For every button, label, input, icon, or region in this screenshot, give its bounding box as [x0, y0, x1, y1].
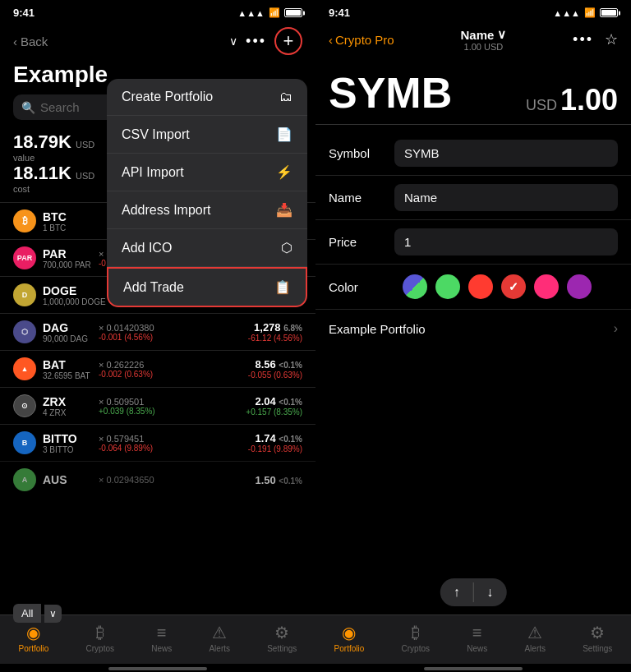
nav-settings-right[interactable]: ⚙ Settings — [583, 623, 612, 653]
scroll-controls: ↑ ↓ — [440, 578, 507, 606]
dag-icon: ⬡ — [13, 320, 36, 343]
home-indicator-left — [108, 667, 207, 670]
nav-settings[interactable]: ⚙ Settings — [267, 623, 297, 653]
table-row[interactable]: ⊙ ZRX 4 ZRX × 0.509501 +0.039 (8.35%) 2.… — [0, 387, 316, 424]
search-icon: 🔍 — [21, 101, 35, 114]
dag-mid: × 0.01420380 -0.001 (4.56%) — [92, 323, 248, 342]
api-import-item[interactable]: API Import ⚡ — [107, 154, 307, 191]
status-bar-left: 9:41 ▲▲▲ 📶 — [0, 0, 316, 22]
header-right-icons: ••• ☆ — [573, 30, 618, 48]
par-info: PAR 700,000 PAR — [43, 247, 92, 269]
color-swatch-blue-green[interactable] — [403, 274, 427, 299]
nav-news-label-right: News — [467, 644, 487, 653]
nav-portfolio-label: Portfolio — [19, 644, 49, 653]
zrx-right: 2.04 <0.1% +0.157 (8.35%) — [246, 395, 302, 417]
table-row[interactable]: A AUS × 0.02943650 1.50 <0.1% — [0, 461, 316, 498]
portfolio-cost-currency: USD — [76, 171, 94, 181]
aus-mid: × 0.02943650 — [92, 475, 255, 485]
add-ico-icon: ⬡ — [281, 240, 292, 255]
more-options-right-button[interactable]: ••• — [573, 31, 593, 48]
portfolio-cost: 18.11K — [13, 163, 71, 184]
add-trade-icon: 📋 — [274, 279, 291, 295]
symbol-label: Symbol — [329, 146, 394, 160]
btc-info: BTC 1 BTC — [43, 210, 92, 232]
cryptos-icon: ₿ — [96, 624, 104, 642]
nav-cryptos-right[interactable]: ₿ Cryptos — [402, 624, 430, 653]
table-row[interactable]: B BITTO 3 BITTO × 0.579451 -0.064 (9.89%… — [0, 424, 316, 461]
dropdown-menu: Create Portfolio 🗂 CSV Import 📄 API Impo… — [107, 79, 307, 307]
table-row[interactable]: ▲ BAT 32.6595 BAT × 0.262226 -0.002 (0.6… — [0, 350, 316, 387]
news-icon-left: ≡ — [157, 624, 167, 642]
portfolio-value: 18.79K — [13, 131, 71, 153]
name-label: Name — [329, 191, 394, 205]
back-button[interactable]: ‹ Back — [13, 35, 48, 48]
add-trade-item[interactable]: Add Trade 📋 — [107, 267, 307, 307]
bitto-mid: × 0.579451 -0.064 (9.89%) — [92, 434, 248, 453]
scroll-up-button[interactable]: ↑ — [440, 578, 473, 606]
zrx-mid: × 0.509501 +0.039 (8.35%) — [92, 397, 246, 416]
back-crypto-pro-button[interactable]: ‹ Crypto Pro — [329, 33, 394, 47]
nav-alerts-right[interactable]: ⚠ Alerts — [524, 623, 546, 653]
portfolio-selector-label: Example Portfolio — [329, 322, 426, 336]
bat-icon: ▲ — [13, 357, 36, 380]
crypto-pro-back-label: Crypto Pro — [335, 33, 394, 47]
price-input[interactable] — [394, 228, 618, 255]
right-header: ‹ Crypto Pro Name ∨ 1.00 USD ••• ☆ — [316, 22, 631, 58]
portfolio-icon: ◉ — [26, 623, 40, 642]
nav-news-right[interactable]: ≡ News — [467, 624, 487, 653]
more-options-button[interactable]: ••• — [246, 33, 266, 50]
create-portfolio-label: Create Portfolio — [122, 90, 213, 104]
color-swatch-green[interactable] — [435, 274, 460, 299]
color-swatch-purple[interactable] — [567, 274, 592, 299]
nav-alerts[interactable]: ⚠ Alerts — [209, 623, 230, 653]
portfolio-selector-row[interactable]: Example Portfolio › — [316, 310, 631, 348]
hero-currency: USD — [526, 97, 557, 114]
nav-portfolio-right[interactable]: ◉ Portfolio — [334, 623, 365, 653]
portfolio-value-currency: USD — [76, 140, 94, 150]
symbol-row: Symbol — [316, 131, 631, 176]
address-import-label: Address Import — [122, 203, 210, 218]
signal-icon-right: ▲▲▲ — [553, 8, 580, 18]
nav-cryptos-label-right: Cryptos — [402, 644, 430, 653]
favorite-button[interactable]: ☆ — [605, 30, 618, 48]
nav-cryptos[interactable]: ₿ Cryptos — [86, 624, 114, 653]
add-ico-item[interactable]: Add ICO ⬡ — [107, 229, 307, 267]
create-portfolio-item[interactable]: Create Portfolio 🗂 — [107, 79, 307, 116]
hero-price-value: 1.00 — [560, 83, 618, 117]
back-chevron-right-icon: ‹ — [329, 33, 333, 47]
address-import-item[interactable]: Address Import 📥 — [107, 191, 307, 229]
dag-right: 1,278 6.8% -61.12 (4.56%) — [248, 321, 302, 343]
name-input[interactable] — [394, 184, 618, 211]
csv-import-label: CSV Import — [122, 127, 190, 142]
color-swatch-red[interactable] — [468, 274, 493, 299]
status-icons-left: ▲▲▲ 📶 — [237, 7, 302, 18]
btc-amount: 1 BTC — [43, 223, 92, 232]
csv-import-item[interactable]: CSV Import 📄 — [107, 116, 307, 154]
scroll-down-button[interactable]: ↓ — [473, 578, 506, 606]
par-name: PAR — [43, 247, 92, 260]
wifi-icon: 📶 — [269, 7, 280, 18]
aus-icon: A — [13, 468, 36, 491]
scroll-up-icon: ↑ — [454, 585, 460, 599]
color-swatch-pink[interactable] — [534, 274, 559, 299]
bitto-info: BITTO 3 BITTO — [43, 432, 92, 454]
portfolio-chevron-icon: › — [614, 321, 618, 336]
zrx-info: ZRX 4 ZRX — [43, 395, 92, 417]
portfolio-icon-right: ◉ — [342, 623, 356, 642]
right-panel: 9:41 ▲▲▲ 📶 ‹ Crypto Pro Name ∨ 1.00 USD … — [316, 0, 631, 672]
nav-news-label-left: News — [151, 644, 172, 653]
aus-right: 1.50 <0.1% — [255, 474, 302, 486]
color-swatch-selected-red[interactable]: ✓ — [501, 274, 526, 299]
nav-portfolio[interactable]: ◉ Portfolio — [19, 623, 49, 653]
table-row[interactable]: ⬡ DAG 90,000 DAG × 0.01420380 -0.001 (4.… — [0, 313, 316, 350]
header-coin-name: Name ∨ — [394, 27, 573, 42]
filter-bar: All ∨ — [13, 604, 62, 623]
coin-hero: SYMB USD 1.00 — [316, 58, 631, 125]
add-button[interactable]: + — [274, 27, 302, 55]
symbol-input[interactable] — [394, 140, 618, 167]
create-portfolio-icon: 🗂 — [279, 90, 292, 104]
filter-chevron-icon[interactable]: ∨ — [44, 605, 62, 623]
nav-alerts-label: Alerts — [209, 644, 230, 653]
dropdown-chevron-icon[interactable]: ∨ — [229, 35, 237, 48]
nav-news-left[interactable]: ≡ News — [151, 624, 172, 653]
